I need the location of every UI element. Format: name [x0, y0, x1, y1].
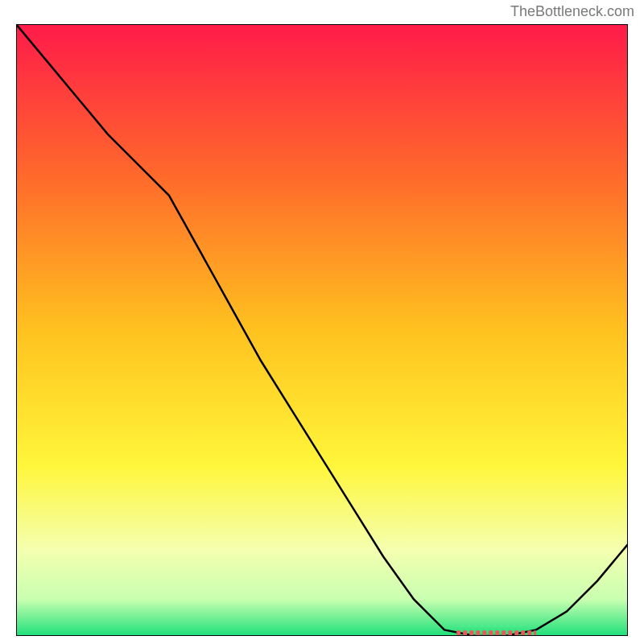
chart-svg	[16, 24, 628, 636]
chart-plot-area	[16, 24, 628, 636]
watermark-text: TheBottleneck.com	[510, 3, 634, 20]
chart-background	[16, 24, 628, 636]
